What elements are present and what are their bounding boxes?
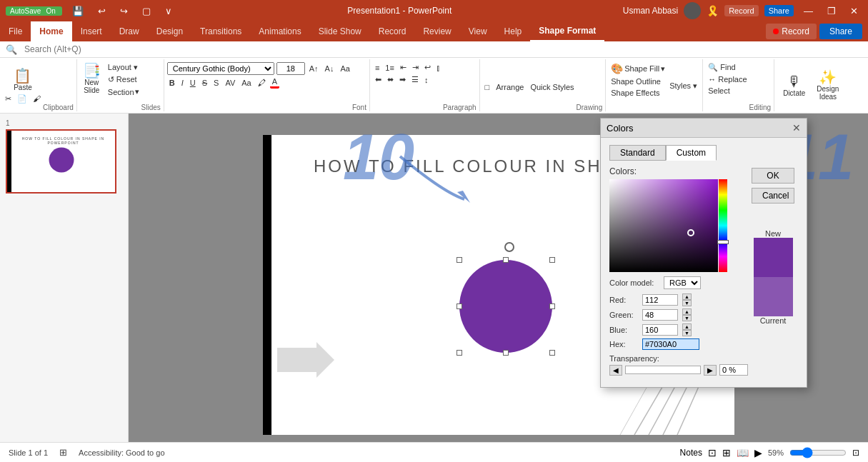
normal-view-button[interactable]: ⊡	[708, 447, 717, 458]
handle-tl[interactable]	[457, 257, 462, 263]
font-size-input[interactable]	[276, 62, 305, 75]
circle-shape[interactable]	[459, 260, 552, 353]
tab-slideshow[interactable]: Slide Show	[310, 21, 370, 41]
tab-insert[interactable]: Insert	[72, 21, 111, 41]
transparency-right-btn[interactable]: ▶	[704, 365, 717, 376]
slide-sorter-button[interactable]: ⊞	[722, 447, 731, 458]
red-down[interactable]: ▼	[682, 300, 692, 306]
reading-view-button[interactable]: 📖	[737, 447, 749, 458]
font-spacing-button[interactable]: AV	[223, 78, 237, 88]
line-spacing-button[interactable]: ↕	[422, 74, 431, 85]
cancel-button[interactable]: Cancel	[752, 188, 794, 204]
green-up[interactable]: ▲	[682, 308, 692, 315]
color-model-select[interactable]: RGB	[664, 276, 701, 289]
increase-indent-button[interactable]: ⇥	[410, 62, 421, 73]
handle-tm[interactable]	[503, 257, 509, 263]
dictate-button[interactable]: 🎙 Dictate	[780, 73, 808, 99]
blue-input[interactable]: 160	[642, 324, 678, 336]
tab-help[interactable]: Help	[496, 21, 531, 41]
change-case-button[interactable]: Aa	[239, 78, 253, 88]
handle-mr[interactable]	[549, 303, 555, 309]
tab-view[interactable]: View	[460, 21, 496, 41]
red-up[interactable]: ▲	[682, 293, 692, 300]
cut-button[interactable]: ✂	[3, 94, 14, 104]
color-spectrum[interactable]	[719, 179, 727, 272]
font-color-button[interactable]: A	[270, 76, 279, 89]
autosave-on[interactable]: On	[44, 7, 57, 15]
select-button[interactable]: Select	[706, 86, 749, 96]
transparency-left-btn[interactable]: ◀	[609, 365, 622, 376]
color-crosshair[interactable]	[687, 229, 694, 236]
handle-tr[interactable]	[549, 257, 555, 263]
save-button[interactable]: 💾	[68, 4, 88, 18]
tab-file[interactable]: File	[0, 21, 31, 41]
tab-home[interactable]: Home	[31, 21, 71, 41]
spectrum-indicator[interactable]	[717, 240, 729, 244]
share-button[interactable]: Share	[764, 5, 794, 16]
restore-button[interactable]: ❐	[823, 4, 840, 18]
record-ribbon-button[interactable]: Record	[766, 24, 817, 39]
justify-button[interactable]: ☰	[409, 74, 421, 85]
blue-down[interactable]: ▼	[682, 330, 692, 336]
redo-button[interactable]: ↪	[116, 4, 132, 18]
shadow-button[interactable]: S	[211, 78, 221, 88]
red-input[interactable]: 112	[642, 294, 678, 306]
tab-shape-format[interactable]: Shape Format	[530, 21, 604, 41]
slideshow-button[interactable]: ▶	[754, 447, 762, 458]
fit-slide-icon[interactable]: ⊞	[59, 447, 67, 458]
handle-bm[interactable]	[503, 350, 509, 356]
rotation-handle[interactable]	[504, 242, 514, 252]
green-down[interactable]: ▼	[682, 315, 692, 321]
red-spinner[interactable]: ▲ ▼	[682, 293, 692, 306]
autosave-badge[interactable]: AutoSave On	[6, 6, 62, 16]
tab-standard[interactable]: Standard	[609, 145, 666, 161]
columns-button[interactable]: ⫿	[434, 62, 443, 73]
transparency-input[interactable]: 0 %	[719, 364, 748, 376]
find-button[interactable]: 🔍 Find	[706, 62, 749, 73]
new-slide-button[interactable]: 📑 NewSlide	[80, 62, 104, 96]
bullets-button[interactable]: ≡	[373, 62, 381, 73]
format-painter-button[interactable]: 🖌	[31, 94, 43, 104]
transparency-track[interactable]	[625, 366, 701, 374]
underline-button[interactable]: U	[188, 78, 198, 88]
designer-button[interactable]: ✨ DesignIdeas	[814, 69, 842, 102]
handle-ml[interactable]	[457, 303, 462, 309]
shape-fill-button[interactable]: 🎨 Shape Fill ▾	[609, 62, 667, 75]
tab-draw[interactable]: Draw	[111, 21, 148, 41]
decrease-indent-button[interactable]: ⇤	[398, 62, 409, 73]
copy-button[interactable]: 📄	[15, 94, 29, 104]
layout-button[interactable]: Layout ▾	[106, 62, 141, 73]
rtl-button[interactable]: ↩	[422, 62, 433, 73]
close-button[interactable]: ✕	[846, 4, 862, 18]
reset-button[interactable]: ↺ Reset	[106, 74, 141, 85]
section-button[interactable]: Section ▾	[106, 86, 141, 97]
align-center-button[interactable]: ⬌	[385, 74, 396, 85]
shape-container[interactable]	[459, 260, 552, 353]
styles-button[interactable]: Styles ▾	[667, 61, 699, 111]
italic-button[interactable]: I	[179, 78, 186, 88]
handle-br[interactable]	[549, 350, 555, 356]
tab-review[interactable]: Review	[414, 21, 459, 41]
color-picker-area[interactable]	[609, 179, 727, 272]
highlight-button[interactable]: 🖍	[256, 78, 268, 88]
quick-styles-button[interactable]: Quick Styles	[528, 62, 576, 111]
green-input[interactable]: 48	[642, 309, 678, 321]
tab-custom[interactable]: Custom	[666, 145, 717, 161]
decrease-font-button[interactable]: A↓	[323, 64, 336, 74]
arrange-button[interactable]: Arrange	[494, 62, 526, 111]
replace-button[interactable]: ↔ Replace	[706, 74, 749, 84]
notes-button[interactable]: Notes	[680, 448, 702, 458]
zoom-slider[interactable]	[789, 447, 847, 458]
handle-bl[interactable]	[457, 350, 462, 356]
ok-button[interactable]: OK	[752, 168, 794, 184]
present-button[interactable]: ▢	[138, 4, 155, 18]
shape-effects-button[interactable]: Shape Effects	[609, 88, 667, 98]
bold-button[interactable]: B	[167, 78, 177, 88]
tab-animations[interactable]: Animations	[250, 21, 309, 41]
undo-button[interactable]: ↩	[94, 4, 110, 18]
tab-record[interactable]: Record	[370, 21, 415, 41]
shapes-button[interactable]: □	[483, 62, 492, 111]
font-name-select[interactable]: Century Gothic (Body)	[167, 62, 274, 75]
dialog-close-button[interactable]: ✕	[792, 122, 801, 134]
more-button[interactable]: ∨	[161, 4, 176, 18]
